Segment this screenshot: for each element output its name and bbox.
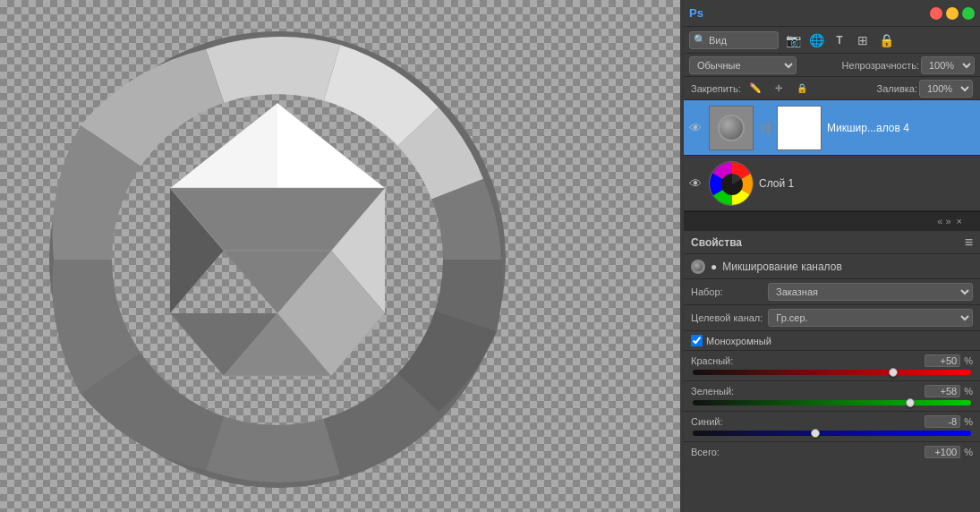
layers-area: 👁 ⛓ Микшир...алов 4 👁 [684,100,980,211]
red-value-input[interactable] [925,354,960,367]
color-wheel-thumbnail [709,161,754,206]
red-label: Красный: [691,355,740,366]
opacity-wrap: Непрозрачность: 100% [842,56,975,74]
total-value-input[interactable] [925,446,960,458]
green-slider-row: Зеленый: % [684,381,980,412]
camera-icon[interactable]: 📷 [784,31,802,49]
blue-slider-track[interactable] [693,431,971,436]
search-bar: 🔍 📷 🌐 T ⊞ 🔒 [684,27,980,54]
pin-row: Закрепить: ✏️ ✛ 🔒 Заливка: 100% [684,77,980,100]
text-icon[interactable]: T [831,31,848,49]
fill-wrap: Заливка: 100% [877,80,973,98]
channel-mix-label: Микширование каналов [722,260,842,273]
fill-dropdown[interactable]: 100% [919,80,973,98]
canvas-area [0,0,680,512]
maximize-button[interactable] [962,7,975,20]
green-slider-thumb[interactable] [906,398,915,407]
blue-slider-thumb[interactable] [811,429,820,438]
layer-name: Микшир...алов 4 [827,122,909,134]
red-slider-thumb[interactable] [889,368,898,377]
panel-divider: « » × [684,211,980,229]
chain-icon: ⛓ [759,121,771,135]
pin-label: Закрепить: [691,83,741,94]
lock-icon[interactable]: 🔒 [877,31,895,49]
eye-icon[interactable]: 👁 [689,121,703,135]
properties-header: Свойства ≡ [684,231,980,254]
blue-value-input[interactable] [925,415,960,428]
green-slider-track[interactable] [693,400,971,405]
blue-pct: % [964,416,973,427]
close-panel-icon[interactable]: × [957,216,962,226]
fill-label: Заливка: [877,83,917,94]
minimize-button[interactable] [946,7,959,20]
preset-label: Набор: [691,286,763,297]
properties-title: Свойства [691,236,742,249]
layer-name: Слой 1 [759,177,794,190]
channel-mix-header: ● Микширование каналов [684,254,980,279]
red-slider-track[interactable] [693,370,971,375]
total-pct: % [964,447,973,457]
opacity-dropdown[interactable]: 100% [921,56,975,74]
green-pct: % [964,386,973,397]
title-bar: Ps [684,0,980,27]
monochrome-checkbox[interactable] [691,335,703,346]
blue-label: Синий: [691,416,740,427]
target-channel-row: Целевой канал: Гр.сер. [684,305,980,331]
target-dropdown[interactable]: Гр.сер. [768,309,973,327]
layer-controls: Обычные Непрозрачность: 100% [684,54,980,77]
monochrome-row: Монохромный [684,331,980,351]
red-pct: % [964,355,973,366]
total-row: Всего: % [684,442,980,462]
search-input[interactable] [709,35,771,46]
layer-row[interactable]: 👁 [684,156,980,211]
mixer-orb [718,115,745,141]
red-slider-row: Красный: % [684,351,980,381]
channel-mix-toggle[interactable]: ● [711,260,717,273]
monochrome-label: Монохромный [706,336,771,346]
search-input-wrap[interactable]: 🔍 [689,31,779,49]
preset-row: Набор: Заказная [684,279,980,305]
eye-icon[interactable]: 👁 [689,176,703,191]
layer-row[interactable]: 👁 ⛓ Микшир...алов 4 [684,100,980,156]
opacity-label: Непрозрачность: [842,60,919,71]
blend-mode-dropdown[interactable]: Обычные [689,56,797,74]
layer-thumbnail [709,106,754,150]
right-panel: Ps 🔍 📷 🌐 T ⊞ 🔒 Обычные Непрозрачность: 1… [684,0,980,512]
layer-mask-thumbnail [777,106,822,150]
globe-icon[interactable]: 🌐 [807,31,825,49]
channel-mix-icon [691,260,705,274]
grid-icon[interactable]: ⊞ [854,31,872,49]
pin-lock-icon[interactable]: 🔒 [793,80,811,98]
pin-position-icon[interactable]: ✏️ [746,80,764,98]
green-value-input[interactable] [925,385,960,397]
ps-icon: Ps [689,6,703,20]
target-label: Целевой канал: [691,312,763,323]
blue-slider-row: Синий: % [684,412,980,442]
properties-panel: Свойства ≡ ● Микширование каналов Набор:… [684,229,980,512]
window-controls [930,7,975,20]
green-label: Зеленый: [691,386,740,397]
artwork-canvas [0,0,680,512]
properties-menu-icon[interactable]: ≡ [965,235,973,251]
total-label: Всего: [691,447,763,457]
collapse-icon[interactable]: « » [937,216,950,226]
pin-move-icon[interactable]: ✛ [770,80,788,98]
close-button[interactable] [930,7,942,20]
search-icon: 🔍 [694,34,706,46]
preset-dropdown[interactable]: Заказная [768,283,973,301]
